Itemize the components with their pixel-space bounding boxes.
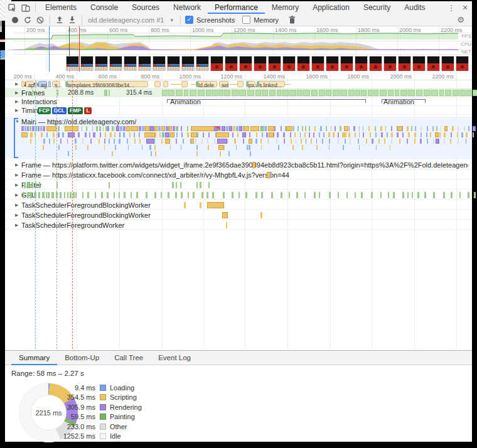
- overview-drag-handle[interactable]: [0, 21, 2, 26]
- record-button[interactable]: [9, 15, 21, 25]
- track-row-fb[interactable]: ▶Frame — https://staticxx.facebook.com/c…: [5, 171, 472, 179]
- track-row-frames[interactable]: ▶Frames208.8 ms315.4 ms: [5, 88, 472, 97]
- tab-network[interactable]: Network: [166, 2, 208, 14]
- screenshot-thumbnail[interactable]: [398, 56, 411, 71]
- track-row-timings[interactable]: ▶TimingsFCPDCLFMPL: [5, 106, 472, 115]
- timing-badge-dcl[interactable]: DCL: [52, 107, 67, 114]
- device-toolbar-icon[interactable]: [19, 2, 33, 13]
- screenshot-thumbnail[interactable]: [326, 56, 339, 71]
- screenshots-label[interactable]: Screenshots: [196, 16, 235, 24]
- track-expand-arrow[interactable]: ▶: [15, 173, 18, 178]
- screenshot-thumbnail[interactable]: [297, 56, 310, 71]
- session-select[interactable]: old.deleteagency.com #1: [88, 16, 164, 24]
- track-expand-arrow[interactable]: ▶: [15, 163, 18, 168]
- tab-sources[interactable]: Sources: [125, 2, 166, 14]
- save-profile-icon[interactable]: [66, 15, 78, 25]
- reload-record-button[interactable]: [21, 15, 34, 25]
- network-request-block[interactable]: [237, 81, 244, 87]
- screenshot-thumbnail[interactable]: [196, 56, 209, 71]
- track-row-tsbw1[interactable]: ▶TaskSchedulerForegroundBlockingWorker: [5, 201, 472, 210]
- track-expand-arrow[interactable]: ▶: [15, 193, 18, 198]
- main-flame-area[interactable]: [5, 126, 472, 159]
- screenshot-thumbnail[interactable]: [109, 56, 122, 71]
- load-profile-icon[interactable]: [53, 15, 66, 25]
- network-request-block[interactable]: set: [219, 81, 228, 87]
- screenshot-thumbnail[interactable]: [181, 56, 195, 71]
- track-row-network[interactable]: ▶Networkap...ag...s...templates.2f809308…: [5, 80, 472, 88]
- track-expand-arrow[interactable]: ▶: [15, 213, 18, 218]
- screenshot-thumbnail[interactable]: [340, 56, 353, 71]
- network-request-block[interactable]: px.a: [246, 81, 255, 87]
- timing-badge-fcp[interactable]: FCP: [38, 107, 51, 114]
- network-request-block[interactable]: [21, 81, 24, 87]
- screenshot-thumbnail[interactable]: [311, 56, 324, 71]
- inspect-element-icon[interactable]: [5, 2, 19, 13]
- screenshot-thumbnail[interactable]: [138, 56, 151, 71]
- timing-badge-fmp[interactable]: FMP: [68, 107, 83, 114]
- screenshots-checkbox[interactable]: ✓: [185, 16, 193, 24]
- network-request-block[interactable]: [154, 81, 161, 87]
- network-request-block[interactable]: ap...: [26, 81, 34, 87]
- drawer-tab-summary[interactable]: Summary: [11, 351, 57, 365]
- network-request-block[interactable]: ld.dele: [196, 81, 217, 87]
- screenshot-thumbnail[interactable]: [412, 56, 426, 71]
- screenshot-thumbnail[interactable]: [355, 56, 368, 71]
- network-request-block[interactable]: [181, 81, 188, 87]
- track-expand-arrow[interactable]: ▶: [15, 183, 18, 188]
- network-request-block[interactable]: templates.2f8093083be34...: [65, 81, 148, 87]
- track-expand-arrow[interactable]: ▶: [15, 82, 18, 87]
- track-expand-arrow[interactable]: ▶: [15, 108, 18, 113]
- memory-checkbox[interactable]: [242, 16, 250, 24]
- track-row-twitter[interactable]: ▶Frame — https://platform.twitter.com/wi…: [5, 161, 472, 169]
- screenshot-thumbnail[interactable]: [225, 56, 238, 71]
- track-expand-arrow[interactable]: ▶: [15, 90, 18, 95]
- screenshot-thumbnail[interactable]: [282, 56, 296, 71]
- track-row-interactions[interactable]: ▶InteractionsAnimationAnimation: [5, 97, 472, 106]
- tab-audits[interactable]: Audits: [397, 2, 432, 14]
- tab-memory[interactable]: Memory: [265, 2, 306, 14]
- screenshot-thumbnail[interactable]: [254, 56, 267, 71]
- track-row-tsw[interactable]: ▶TaskSchedulerForegroundWorker: [5, 221, 472, 230]
- timing-badge-l[interactable]: L: [84, 107, 92, 114]
- screenshot-thumbnail[interactable]: [167, 56, 180, 71]
- overview-drag-handle[interactable]: [0, 26, 2, 32]
- kebab-menu-icon[interactable]: ⋮: [444, 2, 458, 13]
- chevron-down-icon[interactable]: ▾: [171, 17, 174, 23]
- clear-icon[interactable]: [34, 15, 46, 25]
- tab-elements[interactable]: Elements: [38, 2, 83, 14]
- track-row-tsbw2[interactable]: ▶TaskSchedulerForegroundBlockingWorker: [5, 211, 472, 220]
- track-row-main[interactable]: ▼Main — https://old.deleteagency.com/: [5, 117, 472, 126]
- trash-icon[interactable]: [286, 15, 299, 25]
- screenshot-thumbnail[interactable]: [124, 56, 137, 71]
- tab-application[interactable]: Application: [306, 2, 356, 14]
- screenshot-thumbnail[interactable]: [427, 56, 440, 71]
- tab-security[interactable]: Security: [356, 2, 397, 14]
- track-expand-arrow[interactable]: ▶: [15, 203, 18, 208]
- screenshot-thumbnail[interactable]: [456, 56, 469, 71]
- tab-console[interactable]: Console: [83, 2, 125, 14]
- network-request-block[interactable]: [163, 81, 168, 87]
- track-expand-arrow[interactable]: ▼: [15, 119, 19, 124]
- screenshot-thumbnail[interactable]: [239, 56, 252, 71]
- drawer-tab-event-log[interactable]: Event Log: [151, 351, 198, 365]
- track-expand-arrow[interactable]: ▶: [15, 99, 18, 104]
- network-request-block[interactable]: ag...: [38, 81, 47, 87]
- screenshot-thumbnail[interactable]: [66, 56, 79, 71]
- network-request-block[interactable]: s.linked...: [257, 81, 285, 87]
- screenshot-thumbnail[interactable]: [210, 56, 223, 71]
- screenshot-thumbnail[interactable]: [80, 56, 94, 71]
- drawer-tab-call-tree[interactable]: Call Tree: [107, 351, 151, 365]
- screenshot-thumbnail[interactable]: [441, 56, 454, 71]
- screenshot-thumbnail[interactable]: [153, 56, 166, 71]
- gear-icon[interactable]: ⚙: [454, 15, 467, 25]
- screenshot-thumbnail[interactable]: [268, 56, 281, 71]
- screenshot-thumbnail[interactable]: [383, 56, 397, 71]
- track-expand-arrow[interactable]: ▶: [15, 223, 18, 228]
- memory-label[interactable]: Memory: [254, 16, 279, 24]
- track-row-gpu[interactable]: ▶GPU: [5, 191, 472, 200]
- screenshot-thumbnail[interactable]: [95, 56, 108, 71]
- tab-performance[interactable]: Performance: [208, 2, 265, 14]
- network-request-block[interactable]: [48, 81, 51, 87]
- track-row-raster[interactable]: ▶Raster: [5, 181, 472, 189]
- close-icon[interactable]: ✕: [458, 2, 472, 13]
